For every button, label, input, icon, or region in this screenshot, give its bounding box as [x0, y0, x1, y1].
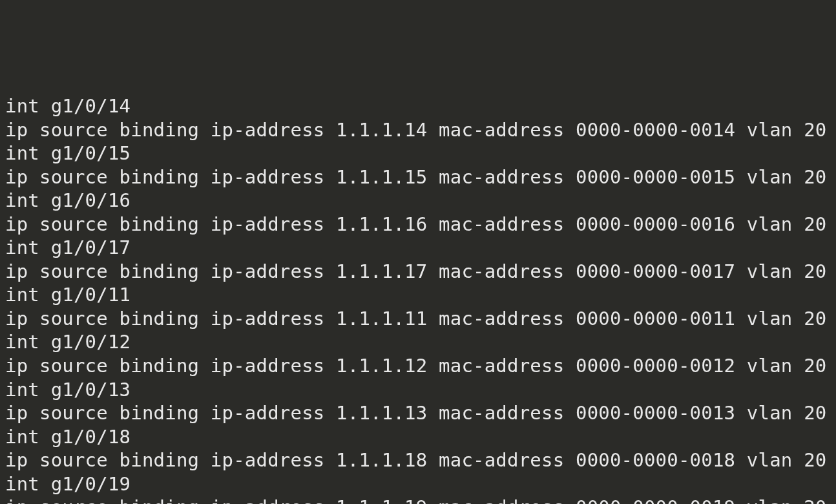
- terminal-output[interactable]: int g1/0/14ip source binding ip-address …: [0, 94, 836, 504]
- terminal-line: ip source binding ip-address 1.1.1.11 ma…: [5, 307, 836, 331]
- terminal-line: ip source binding ip-address 1.1.1.19 ma…: [5, 496, 836, 504]
- terminal-line: ip source binding ip-address 1.1.1.17 ma…: [5, 260, 836, 284]
- terminal-line: ip source binding ip-address 1.1.1.15 ma…: [5, 165, 836, 189]
- terminal-line: int g1/0/13: [5, 378, 836, 402]
- terminal-line: int g1/0/17: [5, 236, 836, 260]
- terminal-line: int g1/0/19: [5, 472, 836, 496]
- terminal-line: ip source binding ip-address 1.1.1.12 ma…: [5, 354, 836, 378]
- terminal-line: ip source binding ip-address 1.1.1.14 ma…: [5, 118, 836, 142]
- terminal-line: int g1/0/15: [5, 142, 836, 165]
- terminal-line: ip source binding ip-address 1.1.1.18 ma…: [5, 448, 836, 472]
- terminal-line: int g1/0/14: [5, 94, 836, 118]
- terminal-line: int g1/0/12: [5, 330, 836, 354]
- terminal-line: ip source binding ip-address 1.1.1.13 ma…: [5, 401, 836, 425]
- terminal-line: int g1/0/11: [5, 283, 836, 307]
- terminal-line: ip source binding ip-address 1.1.1.16 ma…: [5, 213, 836, 236]
- terminal-line: int g1/0/16: [5, 189, 836, 213]
- terminal-line: int g1/0/18: [5, 425, 836, 449]
